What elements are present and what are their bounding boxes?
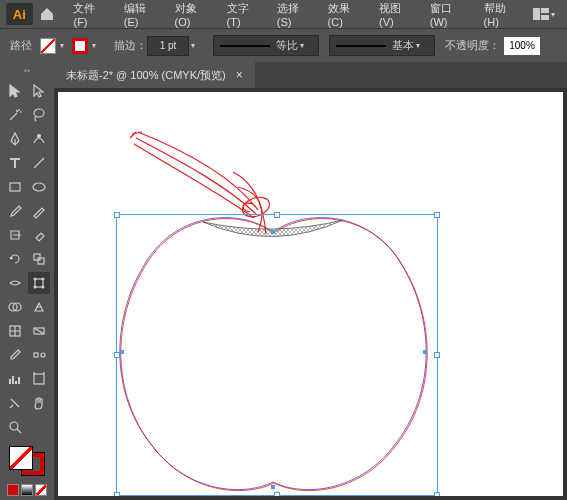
fill-swatch[interactable]: [40, 38, 56, 54]
selection-type-label: 路径: [10, 38, 32, 53]
canvas-area: 未标题-2* @ 100% (CMYK/预览) ×: [54, 62, 567, 500]
panel-layout-icon[interactable]: ▾: [527, 8, 561, 20]
svg-rect-20: [34, 374, 44, 384]
stroke-profile[interactable]: 等比 ▾: [213, 35, 319, 56]
pencil-tool-icon[interactable]: [28, 200, 50, 222]
zoom-tool-icon[interactable]: [4, 416, 26, 438]
line-tool-icon[interactable]: [28, 152, 50, 174]
line-preview-icon: [220, 45, 270, 47]
options-bar: 路径 ▾ ▾ 描边： ▾ 等比 ▾ 基本 ▾ 不透明度： 100%: [0, 28, 567, 62]
svg-rect-5: [10, 183, 20, 191]
menu-file[interactable]: 文件(F): [65, 1, 115, 28]
scale-label: 等比: [276, 38, 298, 53]
column-graph-tool-icon[interactable]: [4, 368, 26, 390]
panel-grip-icon[interactable]: ••: [2, 66, 52, 76]
menu-view[interactable]: 视图(V): [371, 1, 422, 28]
handle-nw[interactable]: [114, 212, 120, 218]
hand-tool-icon[interactable]: [28, 392, 50, 414]
ellipse-tool-icon[interactable]: [28, 176, 50, 198]
paintbrush-tool-icon[interactable]: [4, 200, 26, 222]
handle-e[interactable]: [434, 352, 440, 358]
type-tool-icon[interactable]: [4, 152, 26, 174]
svg-point-21: [10, 422, 18, 430]
scale-tool-icon[interactable]: [28, 248, 50, 270]
brush-definition[interactable]: 基本 ▾: [329, 35, 435, 56]
document-tabs: 未标题-2* @ 100% (CMYK/预览) ×: [54, 62, 567, 88]
fill-stroke-indicator[interactable]: [9, 446, 45, 476]
style-label: 基本: [392, 38, 414, 53]
free-transform-tool-icon[interactable]: [28, 272, 50, 294]
gradient-icon[interactable]: [21, 484, 33, 496]
shape-builder-tool-icon[interactable]: [4, 296, 26, 318]
menu-edit[interactable]: 编辑(E): [116, 1, 167, 28]
svg-rect-8: [38, 258, 44, 264]
solid-color-icon[interactable]: [7, 484, 19, 496]
shaper-tool-icon[interactable]: [4, 224, 26, 246]
handle-n[interactable]: [274, 212, 280, 218]
selection-bounding-box[interactable]: [116, 214, 438, 496]
menu-select[interactable]: 选择(S): [269, 1, 320, 28]
svg-rect-2: [541, 15, 549, 20]
menu-help[interactable]: 帮助(H): [476, 1, 527, 28]
handle-sw[interactable]: [114, 492, 120, 496]
direct-selection-tool-icon[interactable]: [28, 80, 50, 102]
menu-type[interactable]: 文字(T): [219, 1, 269, 28]
home-icon[interactable]: [37, 3, 58, 25]
menu-object[interactable]: 对象(O): [167, 1, 219, 28]
eyedropper-tool-icon[interactable]: [4, 344, 26, 366]
fill-color-icon[interactable]: [9, 446, 33, 470]
magic-wand-tool-icon[interactable]: [4, 104, 26, 126]
handle-w[interactable]: [114, 352, 120, 358]
tab-title: 未标题-2* @ 100% (CMYK/预览): [66, 68, 226, 83]
document-tab[interactable]: 未标题-2* @ 100% (CMYK/预览) ×: [54, 62, 255, 88]
eraser-tool-icon[interactable]: [28, 224, 50, 246]
close-icon[interactable]: ×: [236, 68, 243, 82]
width-tool-icon[interactable]: [4, 272, 26, 294]
selection-tool-icon[interactable]: [4, 80, 26, 102]
chevron-down-icon[interactable]: ▾: [92, 41, 96, 50]
chevron-down-icon[interactable]: ▾: [60, 41, 64, 50]
none-color-icon[interactable]: [35, 484, 47, 496]
svg-rect-0: [533, 8, 540, 20]
rectangle-tool-icon[interactable]: [4, 176, 26, 198]
chevron-down-icon[interactable]: ▾: [191, 41, 195, 50]
stroke-swatch[interactable]: [72, 38, 88, 54]
svg-point-13: [42, 286, 44, 288]
svg-point-11: [42, 278, 44, 280]
svg-point-19: [41, 353, 45, 357]
opacity-label: 不透明度：: [445, 38, 500, 53]
curvature-tool-icon[interactable]: [28, 128, 50, 150]
blend-tool-icon[interactable]: [28, 344, 50, 366]
svg-point-4: [38, 135, 41, 138]
rotate-tool-icon[interactable]: [4, 248, 26, 270]
artboard-canvas[interactable]: [58, 92, 563, 496]
handle-se[interactable]: [434, 492, 440, 496]
svg-point-12: [34, 286, 36, 288]
mesh-tool-icon[interactable]: [4, 320, 26, 342]
chevron-down-icon: ▾: [300, 41, 304, 50]
perspective-tool-icon[interactable]: [28, 296, 50, 318]
slice-tool-icon[interactable]: [4, 392, 26, 414]
gradient-tool-icon[interactable]: [28, 320, 50, 342]
menu-window[interactable]: 窗口(W): [422, 1, 476, 28]
tool-grid: [4, 80, 50, 438]
menu-bar: Ai 文件(F) 编辑(E) 对象(O) 文字(T) 选择(S) 效果(C) 视…: [0, 0, 567, 28]
svg-point-10: [34, 278, 36, 280]
artboard-tool-icon[interactable]: [28, 368, 50, 390]
line-preview-icon: [336, 45, 386, 47]
menu-effect[interactable]: 效果(C): [320, 1, 371, 28]
lasso-tool-icon[interactable]: [28, 104, 50, 126]
svg-rect-1: [541, 8, 549, 13]
workspace: ••: [0, 62, 567, 500]
svg-rect-9: [35, 279, 43, 287]
opacity-input[interactable]: 100%: [504, 37, 540, 55]
handle-ne[interactable]: [434, 212, 440, 218]
color-mode-row: [7, 484, 47, 496]
stroke-label: 描边：: [114, 38, 147, 53]
app-logo: Ai: [6, 3, 33, 25]
svg-point-6: [33, 183, 45, 191]
handle-s[interactable]: [274, 492, 280, 496]
pen-tool-icon[interactable]: [4, 128, 26, 150]
tools-panel: ••: [0, 62, 54, 500]
stroke-width-input[interactable]: [147, 36, 189, 56]
